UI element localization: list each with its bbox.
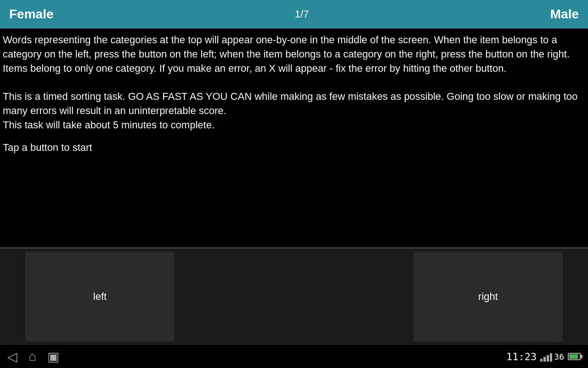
back-icon[interactable]: ◁	[7, 349, 17, 364]
status-bar: ◁ ⌂ ▣ 11:23 36	[0, 345, 588, 368]
left-button-label: left	[93, 291, 107, 303]
right-button[interactable]: right	[413, 252, 563, 342]
main-content: Words representing the categories at the…	[0, 29, 588, 247]
instructions-text: Words representing the categories at the…	[3, 33, 585, 132]
battery-fill	[569, 354, 578, 359]
left-button[interactable]: left	[25, 252, 175, 342]
buttons-area: left right	[0, 248, 588, 345]
home-icon[interactable]: ⌂	[28, 349, 36, 364]
signal-strength-label: 36	[554, 352, 564, 362]
header-female-label: Female	[9, 7, 54, 22]
time-display: 11:23	[506, 351, 537, 362]
right-button-label: right	[478, 291, 498, 303]
battery-icon	[568, 353, 581, 360]
status-right: 11:23 36	[506, 351, 581, 362]
nav-icons: ◁ ⌂ ▣	[7, 349, 59, 364]
header-male-label: Male	[550, 7, 579, 22]
tap-start-text: Tap a button to start	[3, 142, 585, 154]
recent-icon[interactable]: ▣	[47, 349, 59, 364]
header-page-indicator: 1/7	[295, 8, 309, 20]
header: Female 1/7 Male	[0, 0, 588, 29]
signal-icon: 36	[540, 351, 564, 362]
